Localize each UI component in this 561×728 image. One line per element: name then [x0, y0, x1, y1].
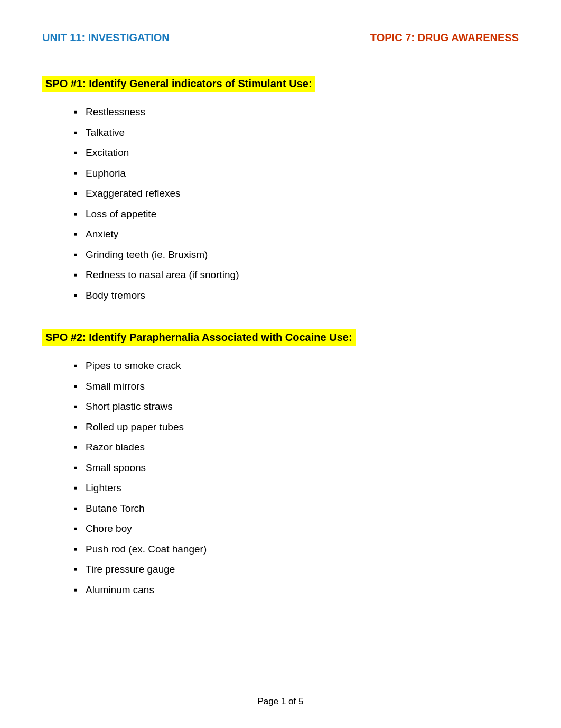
list-item: Small spoons: [74, 460, 519, 476]
list-item: Body tremors: [74, 288, 519, 303]
list-item: Anxiety: [74, 227, 519, 242]
list-item: Loss of appetite: [74, 207, 519, 222]
list-item: Chore boy: [74, 521, 519, 537]
list-item: Grinding teeth (ie. Bruxism): [74, 247, 519, 263]
list-item: Tire pressure gauge: [74, 562, 519, 577]
list-item: Redness to nasal area (if snorting): [74, 268, 519, 283]
list-item: Aluminum cans: [74, 583, 519, 598]
page-number: Page 1 of 5: [258, 696, 304, 706]
section-1-list: RestlessnessTalkativeExcitationEuphoriaE…: [42, 105, 519, 303]
list-item: Pipes to smoke crack: [74, 358, 519, 374]
list-item: Restlessness: [74, 105, 519, 120]
footer: Page 1 of 5: [0, 696, 561, 707]
list-item: Razor blades: [74, 440, 519, 455]
header-unit: UNIT 11: INVESTIGATION: [42, 32, 170, 44]
section-1: SPO #1: Identify General indicators of S…: [42, 76, 519, 303]
list-item: Excitation: [74, 145, 519, 161]
section-2-list: Pipes to smoke crackSmall mirrorsShort p…: [42, 358, 519, 597]
page: UNIT 11: INVESTIGATION TOPIC 7: DRUG AWA…: [0, 0, 561, 728]
list-item: Rolled up paper tubes: [74, 420, 519, 435]
section-2: SPO #2: Identify Paraphernalia Associate…: [42, 329, 519, 597]
list-item: Short plastic straws: [74, 399, 519, 414]
list-item: Lighters: [74, 481, 519, 496]
header-topic: TOPIC 7: DRUG AWARENESS: [370, 32, 519, 44]
list-item: Butane Torch: [74, 501, 519, 517]
list-item: Euphoria: [74, 166, 519, 181]
list-item: Small mirrors: [74, 379, 519, 394]
section-2-title: SPO #2: Identify Paraphernalia Associate…: [42, 329, 356, 346]
list-item: Push rod (ex. Coat hanger): [74, 542, 519, 557]
list-item: Exaggerated reflexes: [74, 186, 519, 201]
section-1-title: SPO #1: Identify General indicators of S…: [42, 76, 315, 92]
list-item: Talkative: [74, 125, 519, 141]
header: UNIT 11: INVESTIGATION TOPIC 7: DRUG AWA…: [42, 32, 519, 49]
